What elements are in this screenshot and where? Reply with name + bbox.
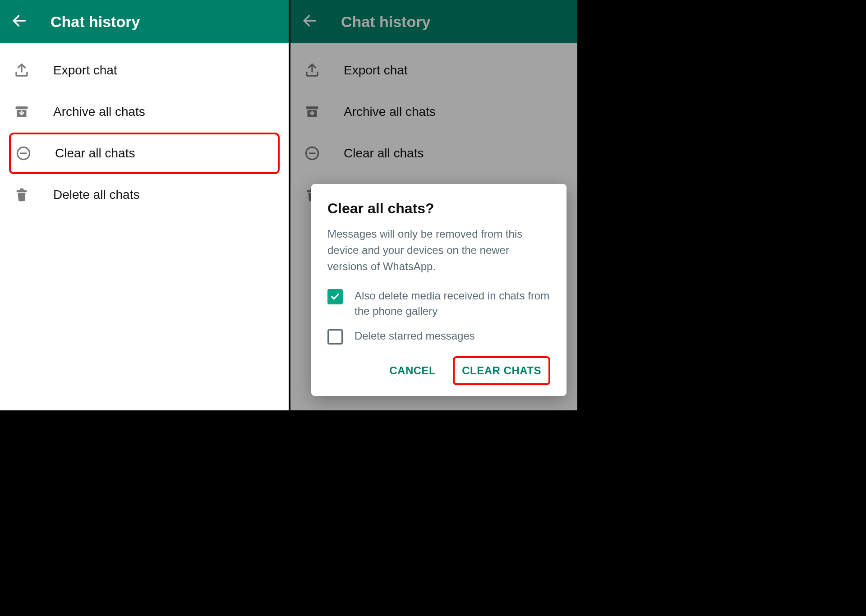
clear-chats-dialog: Clear all chats? Messages will only be r… [311,184,567,396]
app-header: Chat history [0,0,289,43]
menu-export-chat[interactable]: Export chat [0,50,289,91]
svg-rect-6 [20,188,24,190]
option-label: Delete starred messages [355,328,475,344]
menu-list: Export chat Archive all chats Clear all … [0,43,289,216]
cancel-button[interactable]: CANCEL [382,356,443,385]
option-delete-starred[interactable]: Delete starred messages [327,328,550,345]
archive-icon [13,103,31,121]
left-panel: Chat history Export chat Archive all cha… [0,0,289,410]
dialog-title: Clear all chats? [327,200,550,217]
clear-chats-button[interactable]: CLEAR CHATS [453,356,550,385]
menu-archive-all[interactable]: Archive all chats [0,91,289,133]
dialog-body: Messages will only be removed from this … [327,226,550,275]
export-icon [13,61,31,79]
dialog-actions: CANCEL CLEAR CHATS [327,356,550,385]
clear-icon [14,144,32,162]
trash-icon [13,186,31,204]
menu-delete-all[interactable]: Delete all chats [0,174,289,216]
back-arrow-icon[interactable] [11,12,28,31]
menu-label: Clear all chats [55,146,135,161]
svg-rect-5 [17,190,27,192]
checkbox-checked-icon[interactable] [327,289,343,304]
menu-label: Delete all chats [53,188,139,202]
right-panel: Chat history Export chat Archive all cha… [289,0,577,410]
svg-rect-2 [16,106,28,109]
option-delete-media[interactable]: Also delete media received in chats from… [327,288,550,318]
option-label: Also delete media received in chats from… [355,288,550,318]
menu-label: Archive all chats [53,105,145,119]
page-title: Chat history [51,13,140,31]
menu-label: Export chat [53,63,117,78]
menu-clear-all[interactable]: Clear all chats [9,133,280,174]
checkbox-unchecked-icon[interactable] [327,329,343,345]
